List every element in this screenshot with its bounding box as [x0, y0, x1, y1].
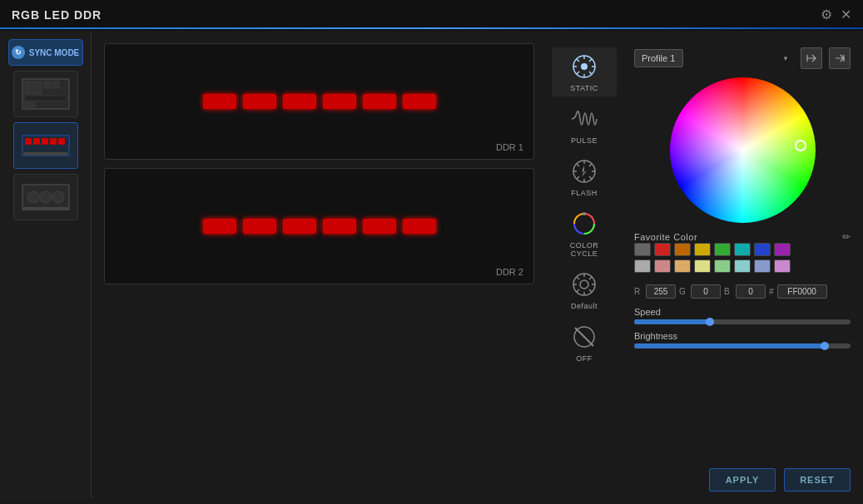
favorite-color-label: Favorite Color	[634, 232, 697, 242]
reset-button[interactable]: RESET	[784, 468, 851, 492]
speed-fill	[634, 319, 710, 324]
svg-line-45	[577, 277, 579, 279]
led-block	[363, 94, 396, 109]
color-swatch[interactable]	[634, 259, 651, 273]
slider-section: Speed Brightness	[634, 307, 851, 348]
svg-rect-5	[25, 102, 35, 107]
sync-mode-label: SYNC MODE	[29, 48, 80, 57]
led-block	[283, 94, 316, 109]
profile-select[interactable]: Profile 1 Profile 2 Profile 3	[634, 49, 683, 67]
svg-line-47	[589, 277, 592, 279]
svg-point-39	[583, 212, 586, 215]
color-swatch[interactable]	[734, 243, 751, 256]
settings-icon[interactable]: ⚙	[821, 7, 832, 22]
led-block	[243, 219, 276, 234]
ddr1-leds	[203, 94, 436, 109]
close-icon[interactable]: ✕	[841, 7, 851, 22]
rgb-input-row: R G B #	[634, 284, 851, 299]
brightness-track[interactable]	[634, 343, 851, 348]
profile-import-button[interactable]	[801, 47, 822, 69]
effect-default[interactable]: Default	[552, 265, 617, 314]
color-cursor	[795, 140, 806, 151]
ddr2-label: DDR 2	[496, 267, 523, 277]
bottom-bar: APPLY RESET	[709, 468, 851, 492]
color-swatch[interactable]	[774, 243, 791, 256]
g-input[interactable]	[691, 284, 721, 299]
effect-flash[interactable]: FLASH	[552, 152, 617, 201]
svg-rect-7	[25, 138, 32, 145]
color-wheel-wrap[interactable]	[634, 77, 851, 223]
led-block	[203, 219, 236, 234]
r-input[interactable]	[646, 284, 676, 299]
svg-rect-17	[22, 207, 69, 210]
speed-track[interactable]	[634, 319, 851, 324]
sidebar-item-gpu[interactable]	[13, 174, 78, 220]
led-block	[403, 219, 436, 234]
b-input[interactable]	[736, 284, 766, 299]
svg-line-33	[577, 164, 579, 166]
svg-line-23	[577, 59, 579, 62]
svg-rect-9	[42, 138, 48, 145]
color-swatch[interactable]	[674, 243, 691, 256]
color-swatch[interactable]	[674, 259, 691, 273]
led-block	[363, 219, 396, 234]
sidebar: ↻ SYNC MODE	[0, 31, 92, 498]
svg-rect-4	[25, 96, 67, 101]
color-swatch[interactable]	[694, 259, 711, 273]
effect-color-cycle[interactable]: COLOR CYCLE	[552, 205, 617, 262]
app-title: RGB LED DDR	[12, 8, 102, 22]
color-swatch[interactable]	[654, 259, 671, 273]
svg-rect-10	[50, 138, 57, 145]
r-label: R	[634, 287, 642, 296]
edit-icon[interactable]: ✏	[842, 231, 851, 243]
led-block	[323, 219, 356, 234]
effect-off[interactable]: OFF	[552, 318, 617, 367]
svg-point-15	[40, 191, 52, 203]
speed-label: Speed	[634, 307, 851, 317]
sync-mode-button[interactable]: ↻ SYNC MODE	[8, 39, 83, 66]
speed-section: Speed	[634, 307, 851, 324]
svg-rect-12	[24, 152, 67, 156]
default-label: Default	[571, 302, 598, 310]
color-swatch[interactable]	[654, 243, 671, 256]
brightness-label: Brightness	[634, 331, 851, 341]
color-swatch[interactable]	[714, 243, 731, 256]
svg-rect-11	[58, 138, 65, 145]
apply-button[interactable]: APPLY	[709, 468, 776, 492]
color-swatch[interactable]	[754, 259, 771, 273]
motherboard-icon	[21, 77, 71, 111]
color-swatch[interactable]	[774, 259, 791, 273]
sidebar-item-motherboard[interactable]	[13, 71, 78, 117]
svg-line-34	[589, 176, 592, 179]
svg-line-46	[589, 289, 592, 292]
ddr1-label: DDR 1	[496, 142, 523, 152]
color-swatch[interactable]	[734, 259, 751, 273]
color-swatch[interactable]	[714, 259, 731, 273]
effect-pulse[interactable]: PULSE	[552, 100, 617, 149]
svg-line-26	[577, 72, 579, 74]
color-swatch[interactable]	[754, 243, 771, 256]
ddr1-panel: DDR 1	[104, 43, 534, 160]
off-label: OFF	[576, 354, 593, 363]
hex-input[interactable]	[777, 284, 827, 299]
main-layout: ↻ SYNC MODE	[0, 31, 863, 498]
profile-row: Profile 1 Profile 2 Profile 3	[634, 47, 851, 69]
color-wheel[interactable]	[670, 77, 816, 223]
gpu-icon	[21, 180, 71, 214]
svg-line-24	[589, 72, 592, 74]
sidebar-item-ddr[interactable]	[13, 122, 78, 169]
content-area: DDR 1 DDR 2	[92, 31, 863, 498]
color-swatch[interactable]	[634, 243, 651, 256]
color-swatch[interactable]	[694, 243, 711, 256]
brightness-section: Brightness	[634, 331, 851, 348]
speed-thumb[interactable]	[706, 318, 714, 326]
profile-export-button[interactable]	[829, 47, 851, 69]
right-panel: Profile 1 Profile 2 Profile 3	[634, 43, 851, 486]
brightness-thumb[interactable]	[821, 342, 829, 350]
off-icon	[569, 322, 599, 352]
ddr2-panel: DDR 2	[104, 168, 534, 284]
hash-label: #	[769, 287, 774, 296]
favorite-color-section: Favorite Color ✏	[634, 231, 851, 276]
svg-line-51	[575, 328, 593, 346]
effect-static[interactable]: STATIC	[552, 47, 617, 96]
